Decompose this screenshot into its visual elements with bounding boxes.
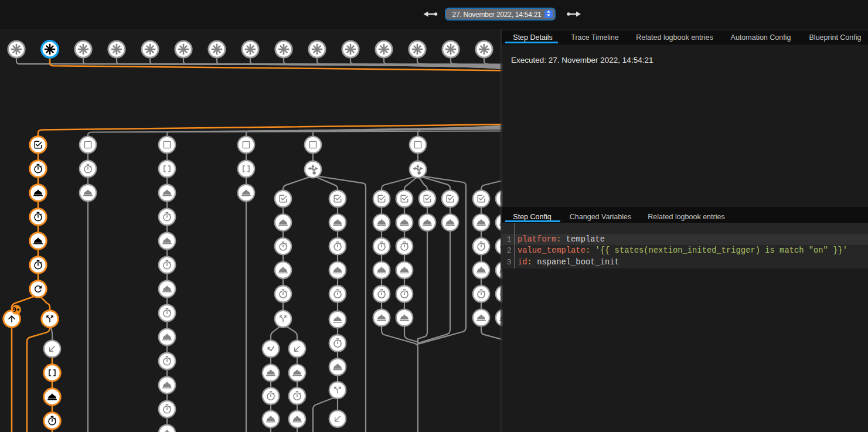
svg-text:9+: 9+ <box>13 306 20 313</box>
